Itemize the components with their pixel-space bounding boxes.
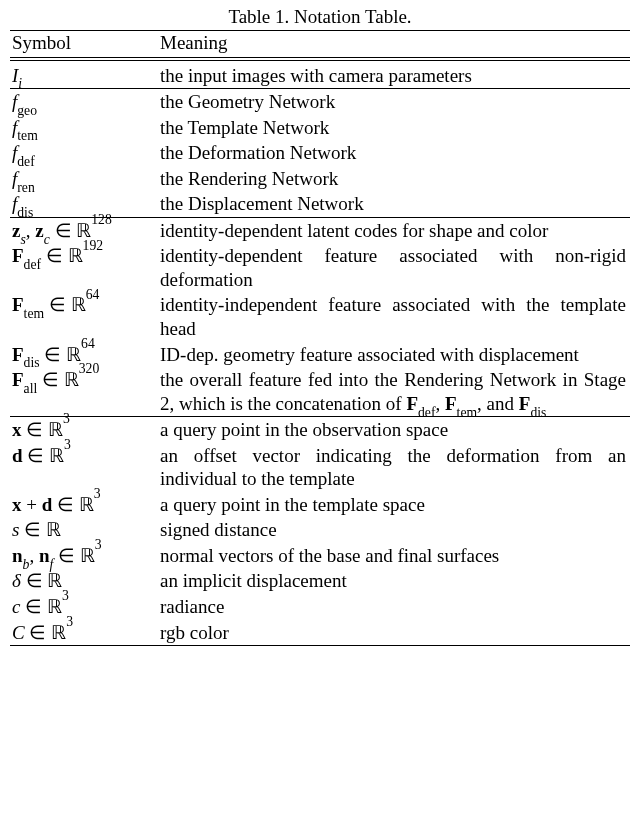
table-row: C ∈ ℝ3rgb color: [10, 620, 630, 646]
symbol-cell: fgeo: [10, 89, 158, 115]
symbol-cell: nb, nf ∈ ℝ3: [10, 543, 158, 569]
table-caption: Table 1. Notation Table.: [10, 6, 630, 28]
meaning-cell: the Geometry Network: [158, 89, 630, 115]
meaning-cell: signed distance: [158, 517, 630, 543]
table-row: nb, nf ∈ ℝ3normal vectors of the base an…: [10, 543, 630, 569]
symbol-cell: c ∈ ℝ3: [10, 594, 158, 620]
meaning-cell: an offset vector indicating the deformat…: [158, 443, 630, 492]
meaning-cell: identity-dependent feature associated wi…: [158, 243, 630, 292]
meaning-cell: an implicit displacement: [158, 568, 630, 594]
header-meaning: Meaning: [158, 31, 630, 57]
meaning-cell: radiance: [158, 594, 630, 620]
symbol-cell: ftem: [10, 115, 158, 141]
table-header-row: SymbolMeaning: [10, 31, 630, 57]
table-row: s ∈ ℝsigned distance: [10, 517, 630, 543]
table-row: δ ∈ ℝan implicit displacement: [10, 568, 630, 594]
symbol-cell: fren: [10, 166, 158, 192]
table-row: ftemthe Template Network: [10, 115, 630, 141]
meaning-cell: identity-independent feature associated …: [158, 292, 630, 341]
table-row: Fdis ∈ ℝ64ID-dep. geometry feature assoc…: [10, 342, 630, 368]
meaning-cell: ID-dep. geometry feature associated with…: [158, 342, 630, 368]
symbol-cell: Fdef ∈ ℝ192: [10, 243, 158, 292]
meaning-cell: the input images with camera parameters: [158, 63, 630, 89]
symbol-cell: fdef: [10, 140, 158, 166]
meaning-cell: a query point in the template space: [158, 492, 630, 518]
meaning-cell: rgb color: [158, 620, 630, 646]
table-row: x ∈ ℝ3a query point in the observation s…: [10, 417, 630, 443]
symbol-cell: d ∈ ℝ3: [10, 443, 158, 492]
symbol-cell: δ ∈ ℝ: [10, 568, 158, 594]
meaning-cell: the overall feature fed into the Renderi…: [158, 367, 630, 417]
table-row: Fall ∈ ℝ320the overall feature fed into …: [10, 367, 630, 417]
symbol-cell: x + d ∈ ℝ3: [10, 492, 158, 518]
table-row: x + d ∈ ℝ3a query point in the template …: [10, 492, 630, 518]
symbol-cell: x ∈ ℝ3: [10, 417, 158, 443]
meaning-cell: the Template Network: [158, 115, 630, 141]
table-row: Ftem ∈ ℝ64identity-independent feature a…: [10, 292, 630, 341]
meaning-cell: the Rendering Network: [158, 166, 630, 192]
meaning-cell: identity-dependent latent codes for shap…: [158, 218, 630, 244]
symbol-cell: Fall ∈ ℝ320: [10, 367, 158, 417]
meaning-cell: a query point in the observation space: [158, 417, 630, 443]
table-row: d ∈ ℝ3an offset vector indicating the de…: [10, 443, 630, 492]
meaning-cell: the Deformation Network: [158, 140, 630, 166]
table-row: Fdef ∈ ℝ192identity-dependent feature as…: [10, 243, 630, 292]
table-row: frenthe Rendering Network: [10, 166, 630, 192]
notation-table: SymbolMeaningIithe input images with cam…: [10, 30, 630, 646]
symbol-cell: Ftem ∈ ℝ64: [10, 292, 158, 341]
table-row: c ∈ ℝ3radiance: [10, 594, 630, 620]
meaning-cell: the Displacement Network: [158, 191, 630, 217]
symbol-cell: s ∈ ℝ: [10, 517, 158, 543]
table-row: Iithe input images with camera parameter…: [10, 63, 630, 89]
table-row: fdefthe Deformation Network: [10, 140, 630, 166]
header-symbol: Symbol: [10, 31, 158, 57]
symbol-cell: fdis: [10, 191, 158, 217]
symbol-cell: C ∈ ℝ3: [10, 620, 158, 646]
meaning-cell: normal vectors of the base and final sur…: [158, 543, 630, 569]
table-row: fgeothe Geometry Network: [10, 89, 630, 115]
table-row: zs, zc ∈ ℝ128identity-dependent latent c…: [10, 218, 630, 244]
symbol-cell: Ii: [10, 63, 158, 89]
